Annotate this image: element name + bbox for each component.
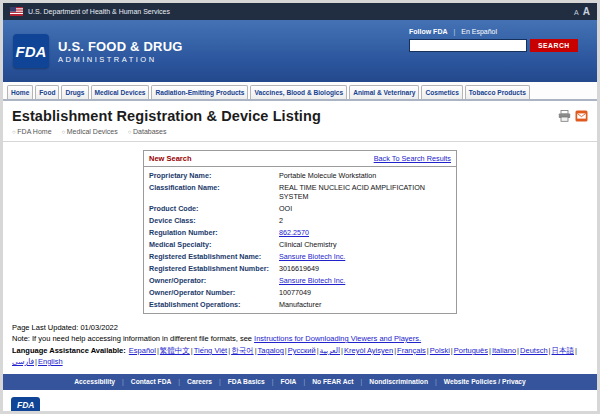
field-label: Establishment Operations:	[149, 300, 279, 309]
gov-bar: U.S. Department of Health & Human Servic…	[3, 3, 597, 20]
nav-tab[interactable]: Cosmetics	[421, 85, 462, 99]
language-assistance: Language Assistance Available:Español繁體中…	[3, 344, 597, 372]
footer-link[interactable]: Nondiscrimination	[369, 378, 443, 385]
language-link[interactable]: Русский	[288, 346, 320, 355]
result-box: New Search Back To Search Results Propri…	[143, 150, 457, 314]
viewers-players-link[interactable]: Instructions for Downloading Viewers and…	[254, 334, 421, 343]
field-value: 3016619649	[279, 264, 451, 273]
field-row: Medical Specialty: Clinical Chemistry	[144, 238, 456, 250]
language-link[interactable]: فارسی	[12, 357, 38, 366]
nav-tab[interactable]: Home	[7, 85, 33, 99]
language-link[interactable]: Polski	[430, 346, 454, 355]
language-link[interactable]: Português	[454, 346, 492, 355]
field-value: 10077049	[279, 288, 451, 297]
fda-footer-logo[interactable]: FDA	[11, 397, 40, 413]
field-row: Owner/Operator: Sansure Biotech Inc.	[144, 274, 456, 286]
field-label: Proprietary Name:	[149, 171, 279, 180]
field-value[interactable]: Sansure Biotech Inc.	[279, 252, 451, 261]
title-row: Establishment Registration & Device List…	[3, 101, 597, 125]
breadcrumb: FDA Home Medical Devices Databases	[3, 125, 597, 142]
footer-link[interactable]: Accessibility	[74, 378, 131, 385]
breadcrumb-link[interactable]: FDA Home	[12, 128, 52, 135]
breadcrumb-link[interactable]: Medical Devices	[61, 128, 117, 135]
language-link[interactable]: العربية	[320, 346, 344, 355]
field-row: Proprietary Name: Portable Molecule Work…	[144, 169, 456, 181]
back-to-results-link[interactable]: Back To Search Results	[374, 154, 451, 163]
footer-link[interactable]: Website Policies / Privacy	[444, 378, 526, 385]
search-button[interactable]: SEARCH	[530, 39, 578, 52]
search-area: SEARCH	[409, 39, 587, 52]
field-value: Clinical Chemistry	[279, 240, 451, 249]
font-size-large[interactable]: A	[583, 6, 590, 17]
nav-tab[interactable]: Animal & Veterinary	[349, 85, 419, 99]
footer-link[interactable]: Contact FDA	[131, 378, 187, 385]
fda-logo[interactable]: FDA	[13, 34, 49, 68]
new-search-link[interactable]: New Search	[149, 154, 192, 163]
font-size-small[interactable]: A	[574, 9, 579, 16]
device-detail-table: Proprietary Name: Portable Molecule Work…	[144, 167, 456, 313]
email-share-icon[interactable]	[575, 110, 588, 122]
language-link[interactable]: Deutsch	[520, 346, 551, 355]
field-value[interactable]: 862.2570	[279, 228, 451, 237]
footer-link[interactable]: Careers	[187, 378, 228, 385]
language-link[interactable]: English	[38, 357, 63, 366]
nav-tab[interactable]: Tobacco Products	[465, 85, 530, 99]
language-link[interactable]: Español	[129, 346, 160, 355]
language-link[interactable]: Italiano	[492, 346, 520, 355]
footer-logo-row: FDA	[3, 390, 597, 414]
field-row: Classification Name: REAL TIME NUCLEIC A…	[144, 181, 456, 202]
language-link[interactable]: Kreyòl Ayisyen	[344, 346, 397, 355]
field-value: OOI	[279, 204, 451, 213]
field-row: Regulation Number: 862.2570	[144, 226, 456, 238]
field-row: Product Code: OOI	[144, 202, 456, 214]
agency-name: U.S. FOOD & DRUG ADMINISTRATION	[58, 39, 183, 64]
agency-name-line2: ADMINISTRATION	[58, 55, 183, 64]
field-label: Owner/Operator:	[149, 276, 279, 285]
search-input[interactable]	[409, 39, 527, 52]
field-value[interactable]: Sansure Biotech Inc.	[279, 276, 451, 285]
field-row: Device Class: 2	[144, 214, 456, 226]
field-value: Manufacturer	[279, 300, 451, 309]
follow-fda-link[interactable]: Follow FDA	[409, 28, 448, 35]
nav-tab[interactable]: Medical Devices	[91, 85, 150, 99]
language-link[interactable]: Tiếng Việt	[194, 346, 231, 355]
text-size-controls[interactable]: A A	[574, 6, 590, 17]
us-flag-icon	[10, 7, 23, 16]
field-value: REAL TIME NUCLEIC ACID AMPLIFICATION SYS…	[279, 183, 451, 201]
language-link[interactable]: 繁體中文	[160, 346, 194, 355]
field-row: Registered Establishment Number: 3016619…	[144, 262, 456, 274]
field-label: Owner/Operator Number:	[149, 288, 279, 297]
field-value: 2	[279, 216, 451, 225]
browser-page: U.S. Department of Health & Human Servic…	[0, 0, 600, 414]
en-espanol-link[interactable]: En Español	[461, 28, 497, 35]
footer-link[interactable]: FDA Basics	[228, 378, 281, 385]
print-icon[interactable]	[558, 110, 571, 122]
header-links: Follow FDA | En Español	[409, 28, 587, 35]
dept-text: U.S. Department of Health & Human Servic…	[28, 8, 170, 15]
agency-name-line1: U.S. FOOD & DRUG	[58, 39, 183, 54]
language-link[interactable]: 한국어	[231, 346, 257, 355]
field-row: Owner/Operator Number: 10077049	[144, 286, 456, 298]
language-link[interactable]: 日本語	[552, 346, 578, 355]
footer-link[interactable]: FOIA	[280, 378, 312, 385]
footer-nav: Accessibility Contact FDA Careers FDA Ba…	[3, 374, 597, 390]
field-label: Medical Specialty:	[149, 240, 279, 249]
main-nav: Home Food Drugs Medical Devices Radiatio…	[3, 82, 597, 101]
footer-link[interactable]: No FEAR Act	[312, 378, 369, 385]
field-value: Portable Molecule Workstation	[279, 171, 451, 180]
breadcrumb-link[interactable]: Databases	[128, 128, 167, 135]
field-row: Registered Establishment Name: Sansure B…	[144, 250, 456, 262]
nav-tab[interactable]: Vaccines, Blood & Biologics	[250, 85, 347, 99]
field-label: Registered Establishment Name:	[149, 252, 279, 261]
field-row: Establishment Operations: Manufacturer	[144, 298, 456, 310]
language-link[interactable]: Français	[397, 346, 430, 355]
language-link[interactable]: Tagalog	[258, 346, 288, 355]
last-updated: Page Last Updated: 01/03/2022	[3, 320, 597, 333]
field-label: Classification Name:	[149, 183, 279, 192]
result-box-header: New Search Back To Search Results	[144, 151, 456, 167]
language-label: Language Assistance Available:	[12, 346, 126, 355]
field-label: Product Code:	[149, 204, 279, 213]
nav-tab[interactable]: Radiation-Emitting Products	[151, 85, 248, 99]
nav-tab[interactable]: Food	[35, 85, 59, 99]
nav-tab[interactable]: Drugs	[61, 85, 88, 99]
